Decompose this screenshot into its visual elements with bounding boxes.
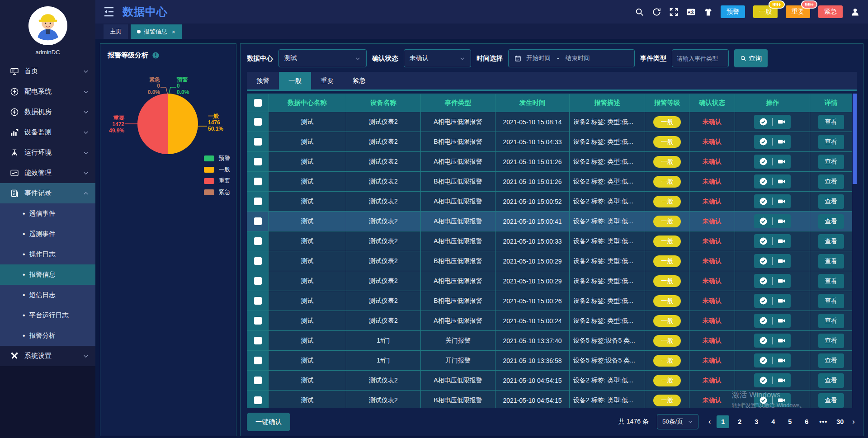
view-button[interactable]: 查看: [818, 274, 844, 288]
sidebar-item[interactable]: 配电系统: [0, 81, 95, 102]
view-button[interactable]: 查看: [818, 155, 844, 169]
alarm-badge[interactable]: 重要99+: [786, 5, 810, 18]
view-button[interactable]: 查看: [818, 334, 844, 348]
level-tab[interactable]: 预警: [247, 72, 279, 89]
datacenter-select[interactable]: 测试: [278, 49, 367, 67]
camera-icon[interactable]: [777, 316, 786, 325]
page-button[interactable]: 2: [733, 415, 746, 428]
check-circle-icon[interactable]: [759, 257, 768, 265]
check-circle-icon[interactable]: [759, 217, 768, 226]
check-circle-icon[interactable]: [759, 237, 768, 245]
check-circle-icon[interactable]: [759, 277, 768, 285]
view-button[interactable]: 查看: [818, 314, 844, 328]
camera-icon[interactable]: [777, 396, 786, 405]
check-circle-icon[interactable]: [759, 376, 768, 385]
row-checkbox[interactable]: [254, 237, 262, 245]
check-circle-icon[interactable]: [759, 396, 768, 405]
sidebar-subitem[interactable]: •遥测事件: [0, 224, 95, 244]
view-button[interactable]: 查看: [818, 353, 844, 368]
operation-box[interactable]: [754, 373, 791, 387]
page-button[interactable]: 5: [783, 415, 796, 428]
row-checkbox[interactable]: [254, 357, 262, 364]
check-circle-icon[interactable]: [759, 356, 768, 365]
date-range-picker[interactable]: 开始时间 - 结束时间: [508, 49, 635, 67]
check-circle-icon[interactable]: [759, 197, 768, 206]
row-checkbox[interactable]: [254, 118, 262, 126]
camera-icon[interactable]: [777, 297, 786, 305]
alarm-level-pie[interactable]: [137, 94, 198, 154]
check-circle-icon[interactable]: [759, 177, 768, 186]
table-row[interactable]: 测试测试仪表2A相电压低限报警2021-05-10 15:01:26设备2 标签…: [247, 152, 852, 172]
info-icon[interactable]: [152, 52, 160, 59]
level-tab[interactable]: 重要: [311, 72, 343, 89]
operation-box[interactable]: [754, 115, 791, 129]
page-size-select[interactable]: 50条/页: [657, 414, 698, 429]
view-button[interactable]: 查看: [818, 373, 844, 388]
end-time-placeholder[interactable]: 结束时间: [566, 54, 590, 62]
table-row[interactable]: 测试测试仪表2B相电压低限报警2021-05-10 15:04:33设备2 标签…: [247, 132, 852, 152]
row-checkbox[interactable]: [254, 138, 262, 146]
table-row[interactable]: 测试测试仪表2A相电压低限报警2021-05-10 15:00:24设备2 标签…: [247, 311, 852, 331]
sidebar-subitem[interactable]: •报警分析: [0, 325, 95, 346]
table-row[interactable]: 测试测试仪表2A相电压低限报警2021-05-10 04:54:15设备2 标签…: [247, 371, 852, 391]
operation-box[interactable]: [754, 393, 791, 407]
operation-box[interactable]: [754, 155, 791, 169]
view-button[interactable]: 查看: [818, 214, 844, 229]
close-icon[interactable]: ×: [172, 28, 175, 35]
page-button[interactable]: 6: [800, 415, 813, 428]
row-checkbox[interactable]: [254, 217, 262, 225]
operation-box[interactable]: [754, 234, 791, 248]
fullscreen-icon[interactable]: [669, 7, 679, 17]
table-row[interactable]: 测试测试仪表2B相电压低限报警2021-05-10 15:00:26设备2 标签…: [247, 291, 852, 311]
operation-box[interactable]: [754, 254, 791, 268]
alarm-badge[interactable]: 一般99+: [753, 5, 778, 18]
operation-box[interactable]: [754, 353, 791, 367]
tab-home[interactable]: 主页: [104, 24, 128, 39]
sidebar-item[interactable]: 能效管理: [0, 163, 95, 183]
row-checkbox[interactable]: [254, 277, 262, 285]
check-circle-icon[interactable]: [759, 297, 768, 305]
row-checkbox[interactable]: [254, 198, 262, 205]
confirm-all-button[interactable]: 一键确认: [247, 413, 290, 431]
operation-box[interactable]: [754, 334, 791, 348]
sidebar-subitem[interactable]: •操作日志: [0, 244, 95, 264]
camera-icon[interactable]: [777, 197, 786, 206]
avatar[interactable]: [28, 6, 67, 45]
operation-box[interactable]: [754, 194, 791, 208]
page-button[interactable]: 30: [834, 415, 846, 428]
view-button[interactable]: 查看: [818, 194, 844, 209]
alarm-badge[interactable]: 紧急: [818, 5, 843, 18]
page-button[interactable]: 1: [717, 415, 729, 428]
select-all-checkbox[interactable]: [254, 99, 262, 107]
sidebar-item[interactable]: 系统设置: [0, 346, 95, 366]
next-page-button[interactable]: ›: [850, 417, 857, 426]
legend-item[interactable]: 预警: [204, 155, 230, 161]
check-circle-icon[interactable]: [759, 157, 768, 166]
row-checkbox[interactable]: [254, 257, 262, 265]
table-row[interactable]: 测试测试仪表2B相电压低限报警2021-05-10 15:01:26设备2 标签…: [247, 172, 852, 192]
sidebar-item[interactable]: 数据机房: [0, 102, 95, 122]
page-button[interactable]: 4: [767, 415, 779, 428]
table-row[interactable]: 测试测试仪表2A相电压低限报警2021-05-10 15:08:14设备2 标签…: [247, 112, 852, 132]
row-checkbox[interactable]: [254, 337, 262, 344]
user-icon[interactable]: [850, 7, 860, 17]
row-checkbox[interactable]: [254, 158, 262, 165]
page-button[interactable]: 3: [750, 415, 763, 428]
table-row[interactable]: 测试测试仪表2A相电压低限报警2021-05-10 15:00:52设备2 标签…: [247, 192, 852, 212]
row-checkbox[interactable]: [254, 317, 262, 325]
check-circle-icon[interactable]: [759, 137, 768, 146]
table-row[interactable]: 测试测试仪表2A相电压低限报警2021-05-10 15:00:41设备2 标签…: [247, 212, 852, 231]
table-row[interactable]: 测试测试仪表2B相电压低限报警2021-05-10 04:54:15设备2 标签…: [247, 391, 852, 408]
operation-box[interactable]: [754, 135, 791, 149]
camera-icon[interactable]: [777, 277, 786, 285]
view-button[interactable]: 查看: [818, 234, 844, 249]
alarm-badge[interactable]: 预警: [721, 5, 745, 18]
level-tab[interactable]: 紧急: [343, 72, 375, 89]
camera-icon[interactable]: [777, 376, 786, 385]
prev-page-button[interactable]: ‹: [707, 417, 713, 426]
check-circle-icon[interactable]: [759, 336, 768, 345]
sidebar-item[interactable]: 设备监测: [0, 122, 95, 142]
view-button[interactable]: 查看: [818, 115, 844, 129]
check-circle-icon[interactable]: [759, 316, 768, 325]
theme-icon[interactable]: [703, 7, 713, 17]
